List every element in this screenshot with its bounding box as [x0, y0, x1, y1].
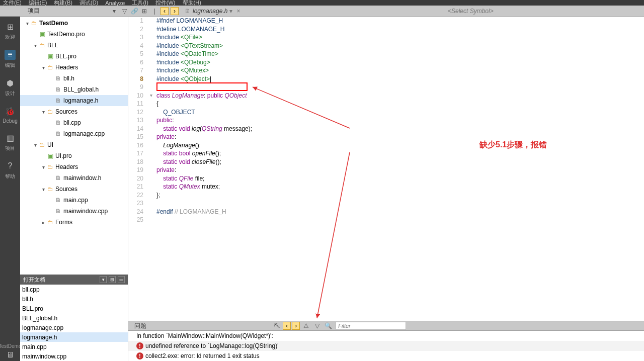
- fold-icon[interactable]: [148, 183, 153, 191]
- fold-icon[interactable]: [148, 166, 153, 174]
- expand-icon[interactable]: ▾: [32, 142, 38, 148]
- warning-icon[interactable]: ⚠: [301, 322, 310, 330]
- expand-icon[interactable]: ▾: [40, 109, 46, 115]
- code-line[interactable]: 25: [128, 216, 644, 224]
- expand-icon[interactable]: ▾: [40, 65, 46, 70]
- fold-icon[interactable]: [148, 83, 153, 92]
- code-line[interactable]: 4 #include <QTextStream>: [128, 42, 644, 50]
- tree-item[interactable]: ▸ 🗀 Forms: [20, 217, 128, 228]
- issue-row[interactable]: In function `MainWindow::MainWindow(QWid…: [128, 331, 644, 341]
- code-line[interactable]: 2 #define LOGMANAGE_H: [128, 25, 644, 34]
- code-line[interactable]: 17 static bool openFile();: [128, 149, 644, 158]
- expand-icon[interactable]: ▾: [24, 21, 30, 26]
- fold-icon[interactable]: [148, 75, 153, 83]
- tree-item[interactable]: 🗎 main.cpp: [20, 195, 128, 206]
- code-line[interactable]: 15 private:: [128, 133, 644, 141]
- tree-item[interactable]: 🗎 mainwindow.h: [20, 172, 128, 184]
- tree-item[interactable]: ▾ 🗀 TestDemo: [20, 18, 128, 29]
- tree-item[interactable]: ▾ 🗀 Headers: [20, 62, 128, 73]
- tree-item[interactable]: 🗎 BLL_global.h: [20, 84, 128, 95]
- code-line[interactable]: 14 static void log(QString message);: [128, 125, 644, 133]
- menu-item[interactable]: 调试(D): [79, 0, 98, 7]
- fold-icon[interactable]: [148, 25, 153, 34]
- activity-项目[interactable]: ▥: [5, 133, 16, 143]
- menu-item[interactable]: 帮助(H): [183, 0, 201, 7]
- menu-item[interactable]: Analyze: [105, 0, 125, 6]
- menu-item[interactable]: 构建(B): [54, 0, 72, 7]
- nav-back-button[interactable]: ‹: [160, 7, 169, 15]
- open-doc-item[interactable]: mainwindow.cpp: [20, 351, 128, 361]
- fold-icon[interactable]: [148, 50, 153, 58]
- dropdown-icon[interactable]: ▾: [229, 8, 232, 15]
- activity-设计[interactable]: ⬢: [5, 78, 16, 88]
- code-line[interactable]: 7 #include <QMutex>: [128, 66, 644, 75]
- dropdown-icon[interactable]: ▾: [100, 276, 107, 283]
- fold-icon[interactable]: [148, 133, 153, 141]
- close-icon[interactable]: ▭: [118, 276, 125, 283]
- open-doc-item[interactable]: BLL_global.h: [20, 313, 128, 323]
- code-line[interactable]: 24 #endif // LOGMANAGE_H: [128, 208, 644, 216]
- tree-item[interactable]: ▣ TestDemo.pro: [20, 29, 128, 40]
- activity-欢迎[interactable]: ⊞: [5, 22, 16, 32]
- link-icon[interactable]: 🔗: [130, 7, 138, 15]
- code-line[interactable]: 1 #ifndef LOGMANAGE_H: [128, 17, 644, 25]
- code-line[interactable]: 9: [128, 83, 644, 92]
- issue-row[interactable]: !collect2.exe: error: ld returned 1 exit…: [128, 351, 644, 361]
- open-doc-item[interactable]: logmanage.cpp: [20, 323, 128, 332]
- tree-item[interactable]: ▾ 🗀 UI: [20, 139, 128, 150]
- fold-icon[interactable]: [148, 174, 153, 183]
- tree-item[interactable]: 🗎 logmanage.cpp: [20, 128, 128, 139]
- fold-icon[interactable]: ▾: [148, 92, 153, 100]
- code-line[interactable]: 5 #include <QDateTime>: [128, 50, 644, 58]
- activity-Debug[interactable]: 🐞: [5, 106, 16, 116]
- fold-icon[interactable]: [148, 199, 153, 208]
- open-doc-item[interactable]: logmanage.h: [20, 332, 128, 342]
- tree-item[interactable]: ▾ 🗀 Headers: [20, 161, 128, 172]
- code-line[interactable]: 16 LogManage();: [128, 141, 644, 150]
- code-line[interactable]: 18 static void closeFile();: [128, 158, 644, 166]
- menu-item[interactable]: 编辑(E): [29, 0, 47, 7]
- open-docs-list[interactable]: bll.cppbll.hBLL.proBLL_global.hlogmanage…: [20, 285, 128, 361]
- split-icon[interactable]: ⊞: [140, 7, 148, 15]
- tree-item[interactable]: ▾ 🗀 Sources: [20, 184, 128, 195]
- fold-icon[interactable]: [148, 149, 153, 158]
- build-icon[interactable]: ⛏: [272, 322, 281, 330]
- code-line[interactable]: 21 static QMutex mutex;: [128, 183, 644, 191]
- code-line[interactable]: 11 {: [128, 100, 644, 108]
- tree-item[interactable]: 🗎 mainwindow.cpp: [20, 206, 128, 217]
- fold-icon[interactable]: [148, 66, 153, 75]
- dropdown-icon[interactable]: ▾: [110, 7, 118, 15]
- fold-icon[interactable]: [148, 216, 153, 224]
- menu-item[interactable]: 控件(W): [155, 0, 176, 7]
- fold-icon[interactable]: [148, 191, 153, 200]
- expand-icon[interactable]: ▸: [40, 220, 46, 225]
- open-doc-item[interactable]: BLL.pro: [20, 304, 128, 313]
- expand-icon[interactable]: ▾: [32, 43, 38, 48]
- fold-icon[interactable]: [148, 125, 153, 133]
- issues-next-button[interactable]: ›: [292, 322, 300, 330]
- activity-帮助[interactable]: ?: [5, 161, 16, 171]
- fold-icon[interactable]: [148, 108, 153, 117]
- fold-icon[interactable]: [148, 33, 153, 42]
- tree-item[interactable]: ▣ BLL.pro: [20, 51, 128, 62]
- code-line[interactable]: 3 #include <QFile>: [128, 33, 644, 42]
- code-line[interactable]: 10 ▾ class LogManage: public QObject: [128, 92, 644, 100]
- code-line[interactable]: 6 #include <QDebug>: [128, 58, 644, 67]
- menu-item[interactable]: 文件(E): [3, 0, 22, 7]
- split-icon[interactable]: ⊞: [109, 276, 116, 283]
- code-line[interactable]: 19 private:: [128, 166, 644, 174]
- expand-icon[interactable]: ▾: [40, 164, 46, 170]
- fold-icon[interactable]: [148, 116, 153, 125]
- fold-icon[interactable]: [148, 42, 153, 50]
- menu-item[interactable]: 工具(I): [132, 0, 148, 7]
- fold-icon[interactable]: [148, 17, 153, 25]
- issue-row[interactable]: !undefined reference to `LogManage::log(…: [128, 341, 644, 351]
- tree-item[interactable]: ▣ UI.pro: [20, 150, 128, 161]
- tree-item[interactable]: ▾ 🗀 BLL: [20, 40, 128, 51]
- kit-select-icon[interactable]: 🖥: [5, 350, 16, 360]
- close-icon[interactable]: ×: [236, 8, 240, 15]
- open-doc-item[interactable]: main.cpp: [20, 342, 128, 351]
- tree-item[interactable]: 🗎 logmanage.h: [20, 95, 128, 106]
- fold-icon[interactable]: [148, 141, 153, 150]
- code-line[interactable]: 12 Q_OBJECT: [128, 108, 644, 117]
